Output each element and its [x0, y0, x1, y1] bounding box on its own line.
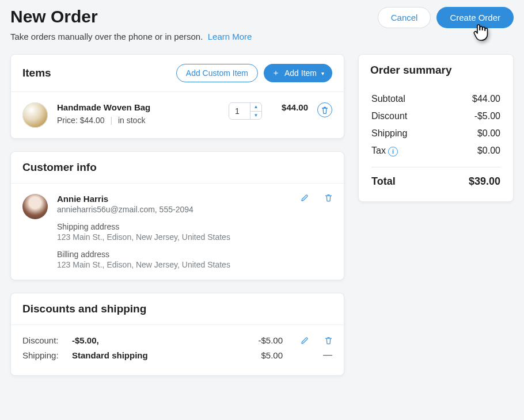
customer-name: Annie Harris	[57, 194, 291, 204]
summary-title: Order summary	[370, 64, 452, 77]
pencil-icon	[301, 194, 309, 202]
customer-card: Customer info Annie Harris annieharris56…	[10, 151, 344, 280]
qty-up-icon[interactable]: ▲	[250, 103, 261, 112]
header-actions: Cancel Create Order	[378, 7, 514, 28]
customer-contact: annieharris56u@zmail.com, 555-2094	[57, 205, 291, 214]
summary-shipping-row: Shipping$0.00	[371, 125, 500, 142]
discount-row: Discount: -$5.00, -$5.00	[22, 335, 332, 350]
delete-customer-button[interactable]	[325, 194, 332, 202]
trash-icon	[325, 337, 332, 345]
summary-tax-row: Taxi $0.00	[371, 142, 500, 160]
item-meta: Price: $44.00 | in stock	[57, 116, 219, 125]
order-summary-card: Order summary Subtotal$44.00 Discount-$5…	[358, 54, 514, 202]
shipping-label: Shipping:	[22, 350, 72, 360]
pencil-icon	[301, 337, 309, 345]
shipping-amount: $5.00	[246, 350, 283, 360]
discount-label: Discount:	[22, 335, 72, 345]
add-item-label: Add Item	[284, 68, 317, 78]
plus-icon: ＋	[272, 68, 280, 78]
shipping-row: Shipping: Standard shipping $5.00 —	[22, 350, 332, 365]
summary-subtotal-row: Subtotal$44.00	[371, 90, 500, 108]
billing-address: 123 Main St., Edison, New Jersey, United…	[57, 260, 291, 269]
item-name: Handmade Woven Bag	[57, 102, 219, 112]
product-thumbnail	[22, 102, 48, 128]
page-title: New Order	[10, 7, 98, 26]
qty-down-icon[interactable]: ▼	[250, 112, 261, 120]
summary-total-row: Total$39.00	[371, 167, 500, 191]
shipping-address-label: Shipping address	[57, 222, 291, 231]
delete-discount-button[interactable]	[325, 337, 332, 345]
customer-title: Customer info	[22, 161, 97, 174]
page-subtitle: Take orders manually over the phone or i…	[10, 32, 514, 41]
items-title: Items	[22, 67, 51, 79]
quantity-stepper[interactable]: 1 ▲ ▼	[229, 102, 262, 120]
create-order-button[interactable]: Create Order	[436, 7, 514, 28]
discount-amount: -$5.00	[246, 335, 283, 345]
summary-discount-row: Discount-$5.00	[371, 108, 500, 125]
billing-address-label: Billing address	[57, 250, 291, 259]
cancel-button[interactable]: Cancel	[378, 7, 431, 28]
discount-value: -$5.00,	[72, 335, 246, 345]
edit-customer-button[interactable]	[301, 194, 309, 202]
learn-more-link[interactable]: Learn More	[208, 32, 252, 41]
trash-icon	[325, 194, 332, 202]
discounts-shipping-card: Discounts and shipping Discount: -$5.00,…	[10, 293, 344, 376]
ds-title: Discounts and shipping	[22, 303, 146, 315]
items-card: Items Add Custom Item ＋ Add Item ▾ Handm…	[10, 54, 344, 139]
item-row: Handmade Woven Bag Price: $44.00 | in st…	[22, 102, 332, 128]
tax-info-icon[interactable]: i	[388, 147, 398, 156]
add-custom-item-button[interactable]: Add Custom Item	[176, 64, 258, 82]
shipping-address: 123 Main St., Edison, New Jersey, United…	[57, 232, 291, 242]
delete-item-button[interactable]	[317, 102, 332, 117]
minus-icon[interactable]: —	[323, 350, 332, 360]
trash-icon	[321, 106, 328, 114]
item-line-total: $44.00	[271, 102, 308, 112]
customer-avatar	[22, 194, 48, 219]
add-item-button[interactable]: ＋ Add Item ▾	[264, 64, 332, 82]
edit-discount-button[interactable]	[301, 337, 309, 345]
chevron-down-icon: ▾	[321, 70, 324, 77]
shipping-value: Standard shipping	[72, 350, 246, 360]
